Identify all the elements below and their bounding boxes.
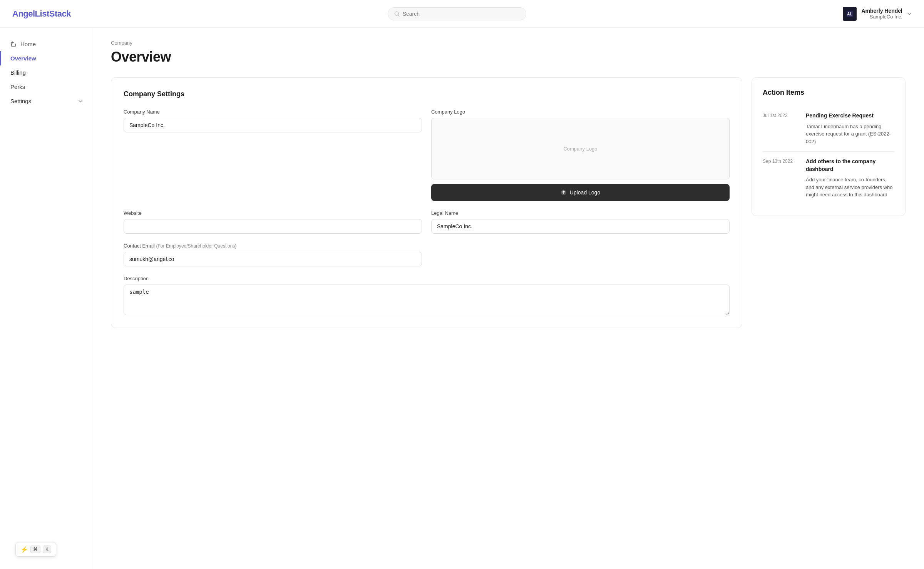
sidebar-item-billing[interactable]: Billing (0, 65, 92, 80)
sidebar-settings-label: Settings (10, 98, 31, 104)
sidebar-item-settings[interactable]: Settings (0, 94, 92, 108)
company-logo-label: Company Logo (431, 109, 730, 115)
lightning-icon: ⚡ (20, 546, 28, 553)
user-menu[interactable]: AL Amberly Hendel SampleCo Inc. (843, 7, 912, 21)
website-label: Website (124, 210, 422, 216)
sidebar-overview-label: Overview (10, 55, 36, 62)
legal-name-input[interactable] (431, 219, 730, 234)
keyboard-shortcut-badge: ⚡ ⌘ K (15, 542, 56, 557)
breadcrumb: Company (111, 40, 906, 46)
company-settings-title: Company Settings (124, 90, 730, 98)
svg-line-1 (398, 15, 399, 16)
action-item-1-desc: Add your finance team, co-founders, and … (806, 176, 894, 199)
header: AngelListStack AL Amberly Hendel SampleC… (0, 0, 924, 28)
contact-email-input[interactable] (124, 252, 422, 266)
action-items-title: Action Items (763, 89, 894, 97)
sidebar-perks-label: Perks (10, 84, 25, 90)
company-name-group: Company Name (124, 109, 422, 201)
sidebar-item-home[interactable]: Home (0, 37, 92, 51)
upload-logo-label: Upload Logo (570, 189, 600, 196)
chevron-down-icon (78, 99, 83, 104)
contact-email-label: Contact Email (For Employee/Shareholder … (124, 243, 422, 249)
chevron-down-icon (907, 12, 912, 16)
action-item-0-desc: Tamar Lindenbaum has a pending exercise … (806, 123, 894, 146)
contact-email-group: Contact Email (For Employee/Shareholder … (124, 243, 422, 266)
page-title: Overview (111, 49, 906, 65)
description-group: Description sample (124, 276, 730, 315)
logo-upload-section: Company Logo Upload Logo (431, 118, 730, 201)
action-item-0-date: Jul 1st 2022 (763, 112, 801, 145)
main-content: Company Overview Company Settings Compan… (92, 28, 924, 569)
content-grid: Company Settings Company Name Company Lo… (111, 77, 906, 328)
user-company: SampleCo Inc. (861, 14, 902, 20)
action-item-1-content: Add others to the company dashboard Add … (806, 158, 894, 199)
logo-preview: Company Logo (431, 118, 730, 179)
app-logo: AngelListStack (12, 9, 71, 19)
company-settings-form: Company Name Company Logo Company Logo (124, 109, 730, 315)
sidebar-item-perks[interactable]: Perks (0, 80, 92, 94)
svg-text:AL: AL (847, 12, 852, 16)
action-item-1-date: Sep 13th 2022 (763, 158, 801, 199)
logo-text-main: AngelList (12, 9, 49, 18)
action-item-0-title: Pending Exercise Request (806, 112, 894, 120)
sidebar-item-overview[interactable]: Overview (0, 51, 92, 65)
search-icon (394, 11, 400, 17)
action-item-0: Jul 1st 2022 Pending Exercise Request Ta… (763, 106, 894, 152)
sidebar-home-label: Home (20, 41, 36, 47)
brand-icon: AL (845, 9, 854, 18)
company-logo-group: Company Logo Company Logo (431, 109, 730, 201)
app-layout: Home Overview Billing Perks Settings Com… (0, 28, 924, 569)
logo-text-accent: Stack (49, 9, 71, 18)
user-info: Amberly Hendel SampleCo Inc. (861, 8, 902, 20)
sidebar-billing-label: Billing (10, 69, 26, 76)
legal-name-group: Legal Name (431, 210, 730, 234)
kbd-key-cmd: ⌘ (30, 546, 40, 553)
action-item-0-content: Pending Exercise Request Tamar Lindenbau… (806, 112, 894, 145)
user-name: Amberly Hendel (861, 8, 902, 14)
company-name-input[interactable] (124, 118, 422, 132)
company-name-label: Company Name (124, 109, 422, 115)
search-input[interactable] (403, 11, 520, 17)
contact-email-secondary: (For Employee/Shareholder Questions) (156, 243, 237, 249)
upload-icon (561, 189, 567, 196)
kbd-key-k: K (43, 546, 51, 553)
description-label: Description (124, 276, 730, 281)
search-container[interactable] (388, 7, 526, 20)
sidebar: Home Overview Billing Perks Settings (0, 28, 92, 569)
upload-logo-button[interactable]: Upload Logo (431, 184, 730, 201)
logo-preview-text: Company Logo (563, 146, 597, 152)
company-settings-card: Company Settings Company Name Company Lo… (111, 77, 742, 328)
description-textarea[interactable]: sample (124, 284, 730, 315)
user-avatar: AL (843, 7, 857, 21)
action-items-card: Action Items Jul 1st 2022 Pending Exerci… (752, 77, 906, 216)
legal-name-label: Legal Name (431, 210, 730, 216)
action-item-1: Sep 13th 2022 Add others to the company … (763, 152, 894, 205)
website-group: Website (124, 210, 422, 234)
website-input[interactable] (124, 219, 422, 234)
home-arrow-icon (10, 41, 17, 47)
action-item-1-title: Add others to the company dashboard (806, 158, 894, 173)
